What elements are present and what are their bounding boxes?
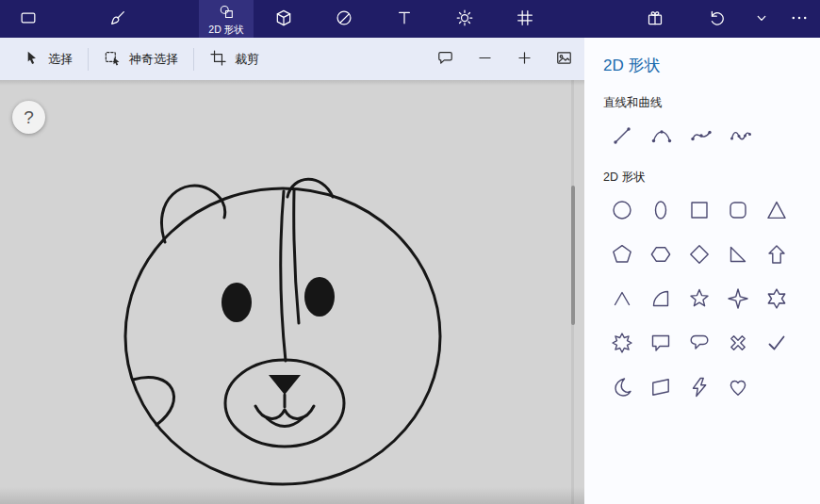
line-tools-row: [607, 122, 820, 151]
text-icon: [395, 8, 414, 30]
shapes-2d-icon: [219, 4, 235, 23]
s-curve-icon: [690, 124, 713, 150]
magic-select-icon: [104, 49, 122, 70]
pentagon-icon: [611, 243, 633, 268]
line-tool-curve[interactable]: [647, 122, 677, 151]
brush-icon: [108, 8, 127, 30]
chevron-icon: [611, 287, 633, 313]
topbar-tabs: 2D 形状: [0, 0, 555, 38]
crop-button[interactable]: 裁剪: [194, 38, 274, 80]
canvas-drawing-hamster: [0, 80, 584, 504]
line-tool-s-curve[interactable]: [686, 122, 716, 151]
topbar-tab-label: 2D 形状: [208, 24, 243, 35]
burst-icon: [611, 332, 633, 357]
cube-icon: [274, 8, 293, 30]
shape-pentagon[interactable]: [607, 241, 637, 269]
curve-icon: [650, 124, 673, 150]
shape-cross[interactable]: [723, 330, 753, 358]
magic-select-label: 神奇选择: [129, 51, 178, 68]
shape-hexagon[interactable]: [646, 241, 676, 269]
diamond-icon: [688, 243, 711, 268]
line-tool-line[interactable]: [607, 122, 637, 151]
speech-round-icon: [688, 332, 711, 357]
shape-heart[interactable]: [723, 374, 753, 402]
shape-quarter-circle[interactable]: [646, 285, 676, 314]
sun-icon: [455, 8, 474, 30]
crop-label: 裁剪: [235, 51, 259, 68]
topbar-more-button[interactable]: [780, 0, 818, 38]
shape-rounded-square[interactable]: [723, 197, 753, 225]
magic-select-button[interactable]: 神奇选择: [89, 38, 193, 80]
paint3d-window: 2D 形状 选择 神奇选择 裁剪: [0, 0, 820, 504]
shape-square[interactable]: [684, 197, 714, 225]
rounded-square-icon: [727, 199, 749, 224]
shape-diamond[interactable]: [684, 241, 714, 269]
window-icon: [19, 8, 38, 30]
shape-circle[interactable]: [607, 197, 637, 225]
shape-star-6[interactable]: [762, 285, 792, 314]
shape-chevron[interactable]: [607, 285, 637, 314]
banner-icon: [649, 376, 672, 401]
zoom-out-button[interactable]: [471, 46, 498, 73]
shape-crescent[interactable]: [607, 374, 637, 402]
canvas-area[interactable]: ?: [0, 80, 584, 504]
shape-speech-rectangle[interactable]: [646, 330, 676, 358]
main-area: 选择 神奇选择 裁剪: [0, 38, 820, 504]
topbar-tab-menu[interactable]: [9, 0, 47, 38]
topbar-library-button[interactable]: [636, 0, 674, 38]
topbar-tab-shapes-3d[interactable]: [254, 0, 314, 38]
wave-icon: [730, 124, 752, 150]
shape-check[interactable]: [762, 330, 792, 358]
editor-column: 选择 神奇选择 裁剪: [0, 38, 584, 504]
shapes-panel: 2D 形状 直线和曲线 2D 形状: [584, 38, 820, 504]
shape-speech-round[interactable]: [684, 330, 714, 358]
chevron-down-icon: [752, 8, 771, 30]
shape-triangle[interactable]: [762, 197, 792, 225]
lines-section-label: 直线和曲线: [603, 95, 820, 111]
square-icon: [688, 199, 711, 224]
plus-icon: [516, 49, 533, 70]
topbar-tab-shapes-2d[interactable]: 2D 形状: [199, 0, 254, 38]
hexagon-icon: [649, 243, 672, 268]
vertical-scrollbar[interactable]: [571, 186, 575, 325]
shape-banner[interactable]: [646, 374, 676, 402]
triangle-icon: [765, 199, 788, 224]
crescent-icon: [611, 376, 633, 401]
zoom-fit-button[interactable]: [550, 46, 577, 73]
shape-ellipse[interactable]: [646, 197, 676, 225]
shape-right-triangle[interactable]: [723, 241, 753, 269]
star-4-icon: [727, 287, 749, 313]
topbar-tab-effects[interactable]: [435, 0, 495, 38]
block-arrow-up-icon: [765, 243, 788, 268]
gift-icon: [646, 8, 664, 30]
star-5-icon: [688, 287, 711, 313]
panel-title: 2D 形状: [603, 55, 820, 76]
shapes-section-label: 2D 形状: [603, 170, 820, 186]
cross-icon: [727, 332, 749, 357]
cursor-icon: [23, 49, 41, 70]
zoom-in-button[interactable]: [511, 46, 537, 73]
topbar-tab-canvas[interactable]: [495, 0, 555, 38]
check-icon: [765, 332, 788, 357]
select-button[interactable]: 选择: [8, 38, 88, 80]
line-icon: [611, 124, 633, 150]
zoom-controls: [432, 46, 577, 73]
topbar-dropdown-button[interactable]: [745, 0, 779, 38]
minus-icon: [476, 49, 494, 70]
callout-button[interactable]: [432, 46, 458, 73]
heart-icon: [727, 376, 749, 401]
undo-icon: [707, 8, 726, 30]
shape-burst[interactable]: [607, 330, 637, 358]
shapes-grid: [607, 197, 820, 402]
shape-star-4[interactable]: [723, 285, 753, 314]
topbar-tab-text[interactable]: [374, 0, 435, 38]
topbar-undo-button[interactable]: [697, 0, 735, 38]
shape-star-5[interactable]: [684, 285, 714, 314]
topbar-tab-brushes[interactable]: [99, 0, 137, 38]
shape-lightning[interactable]: [684, 374, 714, 402]
lightning-icon: [688, 376, 711, 401]
line-tool-wave[interactable]: [726, 122, 756, 151]
topbar-tab-stickers[interactable]: [314, 0, 374, 38]
circle-icon: [611, 199, 633, 224]
shape-block-arrow-up[interactable]: [762, 241, 792, 269]
